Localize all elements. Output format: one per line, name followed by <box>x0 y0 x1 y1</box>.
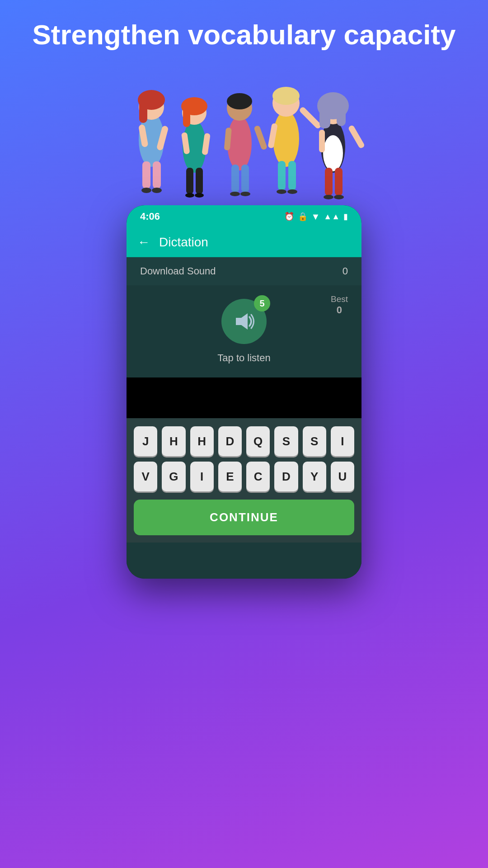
svg-point-31 <box>272 87 300 105</box>
svg-rect-27 <box>253 125 267 151</box>
lock-icon: 🔒 <box>298 212 308 222</box>
svg-rect-45 <box>335 168 343 196</box>
svg-point-46 <box>324 195 333 199</box>
svg-point-17 <box>195 193 204 198</box>
svg-rect-13 <box>183 104 190 127</box>
svg-rect-32 <box>278 161 286 190</box>
page-title: Strengthen vocabulary capacity <box>0 0 488 52</box>
svg-point-26 <box>240 192 250 196</box>
svg-point-39 <box>323 135 343 171</box>
keyboard-area: J H H D Q S S I V G I E C D Y U CONTINUE <box>127 418 361 542</box>
status-time: 4:06 <box>140 211 160 222</box>
keyboard-row-1: J H H D Q S S I <box>134 426 354 456</box>
badge-count: 5 <box>254 295 270 311</box>
svg-point-47 <box>334 195 344 199</box>
key-I2[interactable]: I <box>190 462 214 491</box>
svg-rect-24 <box>241 165 249 193</box>
svg-rect-4 <box>142 161 150 189</box>
svg-point-25 <box>230 192 240 196</box>
content-area: Download Sound 0 Best 0 5 Tap to listen <box>127 257 361 579</box>
battery-icon: ▮ <box>343 212 348 222</box>
download-sound-label: Download Sound <box>140 265 216 277</box>
continue-button[interactable]: CONTINUE <box>134 500 354 535</box>
key-G[interactable]: G <box>162 462 185 491</box>
svg-rect-14 <box>186 168 193 194</box>
key-Y[interactable]: Y <box>303 462 326 491</box>
key-S1[interactable]: S <box>274 426 298 456</box>
status-bar: 4:06 ⏰ 🔒 ▼ ▲▲ ▮ <box>127 205 361 228</box>
download-sound-bar: Download Sound 0 <box>127 257 361 285</box>
key-H2[interactable]: H <box>190 426 214 456</box>
key-J[interactable]: J <box>134 426 157 456</box>
svg-point-34 <box>277 189 286 194</box>
status-icons: ⏰ 🔒 ▼ ▲▲ ▮ <box>284 212 348 222</box>
svg-point-16 <box>185 193 194 198</box>
speaker-icon <box>232 310 256 333</box>
signal-icon: ▲▲ <box>324 212 340 222</box>
svg-rect-43 <box>337 108 346 126</box>
svg-point-6 <box>141 188 151 193</box>
svg-rect-42 <box>319 108 330 128</box>
listen-area: Best 0 5 Tap to listen <box>127 285 361 377</box>
key-H1[interactable]: H <box>162 426 185 456</box>
svg-point-22 <box>227 93 252 109</box>
svg-rect-33 <box>288 161 296 190</box>
keyboard-row-2: V G I E C D Y U <box>134 462 354 491</box>
svg-rect-44 <box>325 168 333 196</box>
people-illustration <box>108 52 380 205</box>
svg-point-29 <box>273 111 299 167</box>
key-Q[interactable]: Q <box>246 426 270 456</box>
svg-point-35 <box>287 189 297 194</box>
key-I[interactable]: I <box>331 426 354 456</box>
best-label: Best <box>331 294 348 304</box>
svg-rect-15 <box>196 168 203 194</box>
svg-rect-48 <box>348 125 366 149</box>
app-bar: ← Dictation <box>127 228 361 257</box>
app-bar-title: Dictation <box>159 235 208 250</box>
answer-input-area[interactable] <box>127 377 361 418</box>
best-score: 0 <box>331 304 348 316</box>
svg-rect-3 <box>139 98 147 123</box>
key-E[interactable]: E <box>218 462 242 491</box>
wifi-icon: ▼ <box>311 212 320 222</box>
key-D[interactable]: D <box>218 426 242 456</box>
tap-to-listen-label: Tap to listen <box>217 352 270 364</box>
bottom-area <box>127 542 361 579</box>
sound-button[interactable]: 5 <box>221 299 267 344</box>
alarm-icon: ⏰ <box>284 212 294 222</box>
key-U[interactable]: U <box>331 462 354 491</box>
back-button[interactable]: ← <box>137 235 150 250</box>
svg-rect-23 <box>231 165 239 193</box>
illustration-area <box>0 52 488 205</box>
key-D2[interactable]: D <box>274 462 298 491</box>
key-C[interactable]: C <box>246 462 270 491</box>
svg-marker-50 <box>236 313 248 330</box>
svg-point-7 <box>152 188 162 193</box>
best-label-area: Best 0 <box>331 294 348 316</box>
key-V[interactable]: V <box>134 462 157 491</box>
svg-point-20 <box>227 116 252 170</box>
download-sound-count: 0 <box>343 265 348 277</box>
svg-rect-49 <box>319 130 325 152</box>
svg-rect-5 <box>153 161 161 189</box>
phone-container: 4:06 ⏰ 🔒 ▼ ▲▲ ▮ ← Dictation Download Sou… <box>127 205 361 579</box>
key-S2[interactable]: S <box>303 426 326 456</box>
